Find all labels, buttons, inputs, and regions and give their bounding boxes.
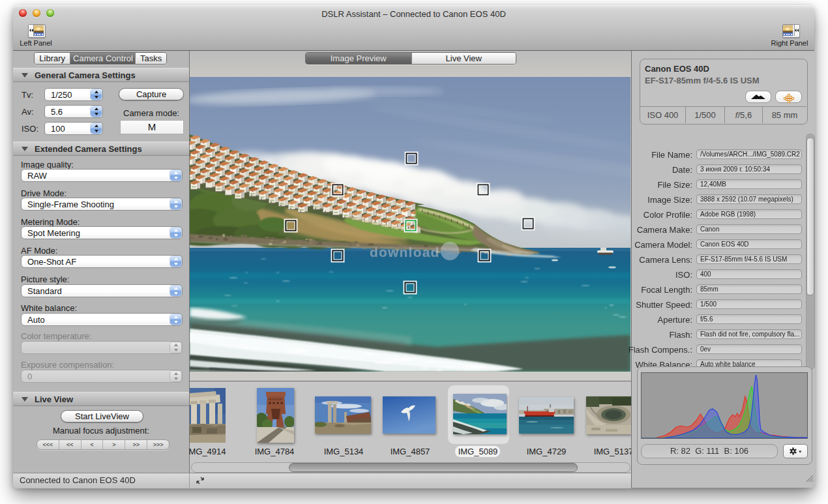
svg-text:download: download (370, 245, 440, 259)
svg-text:3k: 3k (445, 246, 455, 257)
